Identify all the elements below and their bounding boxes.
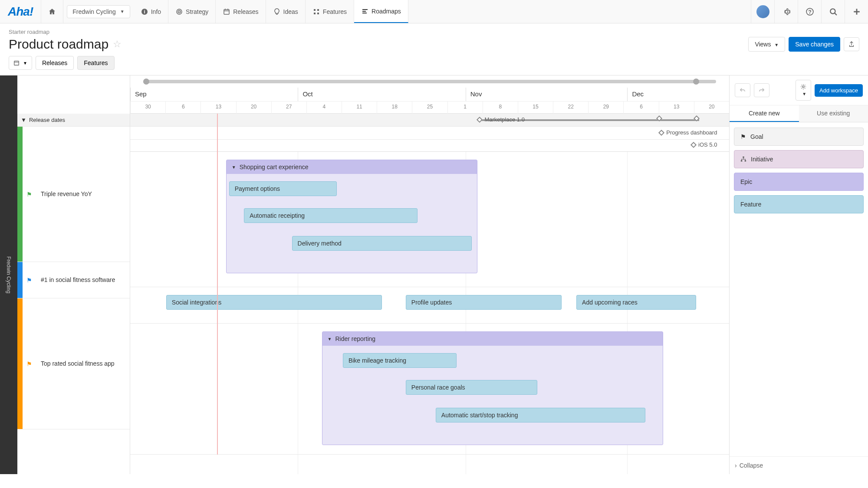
calendar-icon xyxy=(223,8,230,16)
timeline-lane: ▼Shopping cart experience Payment option… xyxy=(130,152,729,287)
timeline-body: Marketplace 1.0 Progress dashboard iOS 5… xyxy=(130,114,729,455)
collapse-panel-button[interactable]: › Collapse xyxy=(730,456,868,474)
target-icon xyxy=(175,8,183,16)
search-button[interactable] xyxy=(821,0,845,23)
svg-rect-10 xyxy=(317,9,319,11)
nav-releases[interactable]: Releases xyxy=(216,0,266,23)
palette: ⚑Goal Initiative Epic Feature xyxy=(730,122,868,219)
avatar-image xyxy=(756,5,769,18)
gear-icon xyxy=(783,8,790,16)
features-toggle[interactable]: Features xyxy=(77,56,114,70)
tab-use-existing[interactable]: Use existing xyxy=(799,105,868,122)
star-icon[interactable]: ☆ xyxy=(113,39,122,50)
add-button[interactable] xyxy=(845,0,868,23)
epic-header[interactable]: ▼Rider reporting xyxy=(322,332,663,346)
feature-card[interactable]: Automatic start/stop tracking xyxy=(436,408,645,422)
color-strip xyxy=(17,298,23,429)
release-lane: Progress dashboard xyxy=(130,127,729,140)
add-workspace-button[interactable]: Add workspace xyxy=(815,84,863,97)
palette-epic[interactable]: Epic xyxy=(734,173,864,191)
user-avatar[interactable] xyxy=(751,0,774,23)
feature-card[interactable]: Profile updates xyxy=(406,295,562,310)
svg-point-18 xyxy=(830,9,835,13)
release-lane: Marketplace 1.0 xyxy=(130,114,729,127)
feature-card[interactable]: Personal race goals xyxy=(406,380,538,395)
right-panel-tabs: Create new Use existing xyxy=(730,105,868,122)
workspace-label: Fredwin Cycling xyxy=(72,8,116,15)
share-icon xyxy=(848,41,855,47)
svg-rect-25 xyxy=(743,157,744,158)
month-header: Sep Oct Nov Dec xyxy=(130,88,729,102)
chevron-right-icon: › xyxy=(735,462,737,469)
feature-card[interactable]: Payment options xyxy=(229,181,337,196)
tab-create-new[interactable]: Create new xyxy=(730,105,799,122)
nav-strategy[interactable]: Strategy xyxy=(168,0,216,23)
palette-initiative[interactable]: Initiative xyxy=(734,150,864,168)
svg-rect-11 xyxy=(314,13,316,14)
release-milestone[interactable]: iOS 5.0 xyxy=(691,141,717,148)
bulb-icon xyxy=(273,8,281,16)
month-label: Oct xyxy=(298,88,465,101)
goal-row[interactable]: ⚑ Top rated social fitness app xyxy=(17,298,130,429)
save-button[interactable]: Save changes xyxy=(789,37,840,52)
hierarchy-icon xyxy=(740,156,746,162)
diamond-icon xyxy=(658,129,664,135)
flag-icon: ⚑ xyxy=(23,262,36,298)
main-content: Fredwin Cycling ▼ Release dates ⚑ Triple… xyxy=(0,75,868,474)
grid-icon xyxy=(312,8,320,16)
timeline: Sep Oct Nov Dec 30 6 13 20 27 4 11 18 25… xyxy=(130,75,729,474)
sidebar-strip[interactable]: Fredwin Cycling xyxy=(0,75,17,474)
color-strip xyxy=(17,127,23,262)
breadcrumb[interactable]: Starter roadmap xyxy=(9,29,859,35)
svg-text:?: ? xyxy=(808,9,812,15)
panel-settings-button[interactable]: ▼ xyxy=(796,80,811,101)
timeline-scrubber[interactable] xyxy=(130,75,729,88)
toolbar: ▼ Releases Features xyxy=(0,52,868,75)
feature-card[interactable]: Add upcoming races xyxy=(576,295,696,310)
caret-down-icon: ▼ xyxy=(774,43,779,47)
feature-card[interactable]: Delivery method xyxy=(292,236,472,251)
gear-icon xyxy=(800,84,806,90)
goal-row[interactable]: ⚑ #1 in social fitness software xyxy=(17,262,130,298)
release-milestone[interactable]: Progress dashboard xyxy=(659,129,717,136)
release-milestone-marker[interactable] xyxy=(657,116,661,121)
roadmap-icon xyxy=(361,7,369,15)
feature-card[interactable]: Automatic receipting xyxy=(244,208,418,223)
scrubber-handle-start[interactable] xyxy=(143,79,149,85)
palette-feature[interactable]: Feature xyxy=(734,195,864,213)
redo-icon xyxy=(759,87,765,93)
diamond-icon xyxy=(477,116,483,122)
help-button[interactable]: ? xyxy=(798,0,821,23)
nav-features[interactable]: Features xyxy=(306,0,354,23)
nav-ideas[interactable]: Ideas xyxy=(266,0,306,23)
nav-info[interactable]: i Info xyxy=(134,0,168,23)
search-icon xyxy=(829,8,837,16)
feature-card[interactable]: Bike mileage tracking xyxy=(343,353,457,368)
today-line xyxy=(217,114,218,455)
scrubber-handle-end[interactable] xyxy=(693,79,699,85)
releases-toggle[interactable]: Releases xyxy=(36,56,74,70)
flag-icon: ⚑ xyxy=(23,127,36,262)
workspace-selector[interactable]: Fredwin Cycling ▼ xyxy=(67,5,130,18)
caret-down-icon: ▼ xyxy=(23,61,27,66)
goal-row[interactable]: ⚑ Triple revenue YoY xyxy=(17,127,130,262)
svg-rect-22 xyxy=(14,61,19,66)
views-button[interactable]: Views ▼ xyxy=(748,37,785,52)
nav-home[interactable] xyxy=(41,0,63,23)
release-milestone-marker[interactable] xyxy=(694,116,699,121)
release-milestone[interactable]: Marketplace 1.0 xyxy=(477,116,525,123)
undo-button[interactable] xyxy=(735,83,750,97)
share-button[interactable] xyxy=(844,37,859,51)
date-range-button[interactable]: ▼ xyxy=(9,56,32,70)
caret-down-icon: ▼ xyxy=(802,92,806,96)
nav-roadmaps[interactable]: Roadmaps xyxy=(354,0,408,23)
release-dates-header[interactable]: ▼ Release dates xyxy=(17,114,130,127)
feature-card[interactable]: Social integrations xyxy=(166,295,382,310)
month-label: Sep xyxy=(130,88,298,101)
palette-goal[interactable]: ⚑Goal xyxy=(734,128,864,146)
epic-header[interactable]: ▼Shopping cart experience xyxy=(227,160,477,174)
caret-down-icon: ▼ xyxy=(120,9,125,14)
calendar-icon xyxy=(13,60,20,66)
redo-button[interactable] xyxy=(754,83,769,97)
settings-button[interactable] xyxy=(774,0,798,23)
